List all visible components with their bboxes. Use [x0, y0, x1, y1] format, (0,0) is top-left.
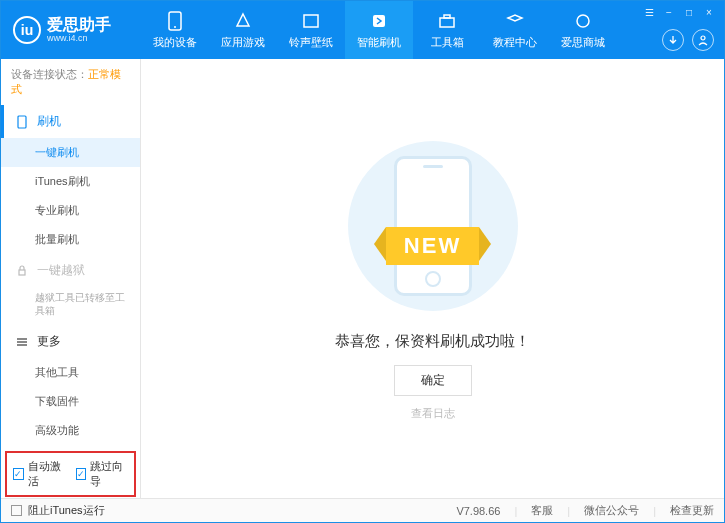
checkbox-skip-guide[interactable]: ✓跳过向导 [76, 459, 129, 489]
sidebar-group-flash[interactable]: 刷机 [1, 105, 140, 138]
success-illustration: NEW [333, 136, 533, 316]
download-icon[interactable] [662, 29, 684, 51]
options-highlight: ✓自动激活 ✓跳过向导 [5, 451, 136, 497]
list-icon [15, 335, 29, 349]
svg-rect-8 [18, 116, 26, 128]
version-label: V7.98.66 [456, 505, 500, 517]
svg-point-1 [174, 26, 176, 28]
svg-point-7 [701, 36, 705, 40]
nav-ringtones[interactable]: 铃声壁纸 [277, 1, 345, 59]
lock-icon [15, 264, 29, 278]
nav-apps[interactable]: 应用游戏 [209, 1, 277, 59]
ok-button[interactable]: 确定 [394, 365, 472, 396]
flash-icon [369, 11, 389, 31]
nav-my-device[interactable]: 我的设备 [141, 1, 209, 59]
wechat-link[interactable]: 微信公众号 [584, 503, 639, 518]
user-icon[interactable] [692, 29, 714, 51]
close-icon[interactable]: × [702, 5, 716, 19]
nav-flash[interactable]: 智能刷机 [345, 1, 413, 59]
phone-icon [165, 11, 185, 31]
svg-rect-5 [444, 15, 450, 18]
maximize-icon[interactable]: □ [682, 5, 696, 19]
tutorial-icon [505, 11, 525, 31]
menu-icon[interactable]: ☰ [642, 5, 656, 19]
svg-rect-3 [373, 15, 385, 27]
nav-tutorial[interactable]: 教程中心 [481, 1, 549, 59]
checkbox-auto-activate[interactable]: ✓自动激活 [13, 459, 66, 489]
window-controls: ☰ − □ × [642, 5, 716, 19]
toolbox-icon [437, 11, 457, 31]
sidebar-item-itunes[interactable]: iTunes刷机 [1, 167, 140, 196]
apps-icon [233, 11, 253, 31]
check-icon: ✓ [76, 468, 87, 480]
sidebar-group-jailbreak: 一键越狱 [1, 254, 140, 287]
header-right [662, 29, 714, 51]
jailbreak-note: 越狱工具已转移至工具箱 [1, 287, 140, 325]
svg-rect-9 [19, 270, 25, 275]
sidebar-item-pro[interactable]: 专业刷机 [1, 196, 140, 225]
sidebar-item-other[interactable]: 其他工具 [1, 358, 140, 387]
wallpaper-icon [301, 11, 321, 31]
checkbox-block-itunes[interactable]: 阻止iTunes运行 [11, 503, 105, 518]
main-content: NEW 恭喜您，保资料刷机成功啦！ 确定 查看日志 [141, 59, 724, 498]
top-nav: 我的设备 应用游戏 铃声壁纸 智能刷机 工具箱 教程中心 爱思商城 [141, 1, 617, 59]
sidebar-group-more[interactable]: 更多 [1, 325, 140, 358]
store-icon [573, 11, 593, 31]
update-link[interactable]: 检查更新 [670, 503, 714, 518]
checkbox-icon [11, 505, 22, 516]
connection-status: 设备连接状态：正常模式 [1, 59, 140, 105]
sidebar-item-oneclick[interactable]: 一键刷机 [1, 138, 140, 167]
status-bar: 阻止iTunes运行 V7.98.66 | 客服 | 微信公众号 | 检查更新 [1, 498, 724, 522]
service-link[interactable]: 客服 [531, 503, 553, 518]
svg-rect-2 [304, 15, 318, 27]
sidebar-item-download[interactable]: 下载固件 [1, 387, 140, 416]
minimize-icon[interactable]: − [662, 5, 676, 19]
check-icon: ✓ [13, 468, 24, 480]
app-name: 爱思助手 [47, 17, 111, 33]
nav-toolbox[interactable]: 工具箱 [413, 1, 481, 59]
nav-store[interactable]: 爱思商城 [549, 1, 617, 59]
logo-icon: iu [13, 16, 41, 44]
view-log-link[interactable]: 查看日志 [411, 406, 455, 421]
sidebar-item-batch[interactable]: 批量刷机 [1, 225, 140, 254]
new-ribbon: NEW [386, 227, 479, 265]
svg-point-6 [577, 15, 589, 27]
success-message: 恭喜您，保资料刷机成功啦！ [335, 332, 530, 351]
app-header: iu 爱思助手 www.i4.cn 我的设备 应用游戏 铃声壁纸 智能刷机 工具… [1, 1, 724, 59]
app-url: www.i4.cn [47, 33, 111, 43]
logo-area: iu 爱思助手 www.i4.cn [1, 16, 141, 44]
sidebar: 设备连接状态：正常模式 刷机 一键刷机 iTunes刷机 专业刷机 批量刷机 一… [1, 59, 141, 498]
sidebar-item-advanced[interactable]: 高级功能 [1, 416, 140, 445]
svg-rect-4 [440, 18, 454, 27]
phone-small-icon [15, 115, 29, 129]
